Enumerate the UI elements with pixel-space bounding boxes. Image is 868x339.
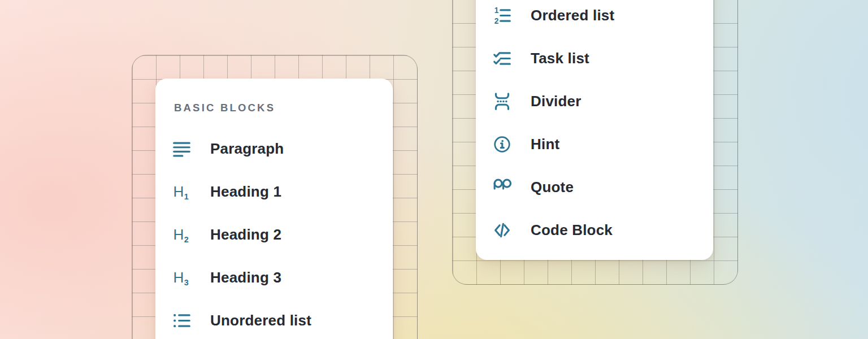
unordered-list-icon — [172, 311, 191, 330]
heading-3-icon: H 3 — [172, 268, 191, 287]
menu-item-heading-1[interactable]: H 1 Heading 1 — [155, 170, 393, 213]
menu-item-ordered-list[interactable]: 1 2 Ordered list — [476, 0, 713, 37]
heading-1-icon: H 1 — [172, 182, 191, 201]
blocks-menu-continued: 1 2 Ordered list — [476, 0, 713, 260]
menu-item-task-list[interactable]: Task list — [476, 37, 713, 80]
menu-rows: Paragraph H 1 Heading 1 H 2 — [155, 127, 393, 339]
menu-item-label: Paragraph — [210, 140, 284, 158]
menu-item-unordered-list[interactable]: Unordered list — [155, 299, 393, 339]
basic-blocks-menu: BASIC BLOCKS Paragraph H 1 Heading 1 — [155, 79, 393, 339]
menu-item-divider[interactable]: Divider — [476, 80, 713, 123]
quote-icon — [493, 178, 511, 197]
menu-item-heading-2[interactable]: H 2 Heading 2 — [155, 213, 393, 256]
svg-text:H: H — [173, 182, 184, 199]
hint-icon — [493, 135, 511, 154]
menu-item-heading-3[interactable]: H 3 Heading 3 — [155, 256, 393, 299]
svg-text:H: H — [173, 225, 184, 242]
menu-item-label: Quote — [531, 179, 574, 196]
menu-item-label: Code Block — [531, 221, 613, 239]
task-list-icon — [493, 49, 511, 68]
menu-item-label: Heading 2 — [210, 226, 281, 244]
menu-item-code-block[interactable]: Code Block — [476, 208, 713, 251]
paragraph-icon — [172, 140, 191, 158]
svg-text:3: 3 — [184, 277, 189, 286]
block-menu-illustration: BASIC BLOCKS Paragraph H 1 Heading 1 — [0, 0, 868, 339]
menu-item-quote[interactable]: Quote — [476, 166, 713, 208]
section-label: BASIC BLOCKS — [174, 101, 393, 115]
menu-item-hint[interactable]: Hint — [476, 123, 713, 166]
divider-icon — [493, 92, 511, 111]
menu-item-label: Ordered list — [531, 7, 614, 24]
svg-text:1: 1 — [494, 6, 499, 15]
menu-item-label: Heading 1 — [210, 183, 281, 201]
menu-item-label: Task list — [531, 50, 589, 67]
heading-2-icon: H 2 — [172, 225, 191, 244]
svg-text:H: H — [173, 268, 184, 285]
menu-item-paragraph[interactable]: Paragraph — [155, 127, 393, 170]
menu-item-label: Heading 3 — [210, 269, 281, 286]
menu-item-label: Divider — [531, 93, 581, 110]
ordered-list-icon: 1 2 — [493, 6, 511, 25]
menu-rows: 1 2 Ordered list — [476, 0, 713, 251]
svg-text:2: 2 — [494, 16, 499, 24]
menu-item-label: Hint — [531, 136, 559, 153]
svg-text:1: 1 — [184, 192, 189, 201]
menu-item-label: Unordered list — [210, 312, 311, 329]
code-block-icon — [493, 221, 511, 240]
svg-text:2: 2 — [184, 234, 189, 244]
